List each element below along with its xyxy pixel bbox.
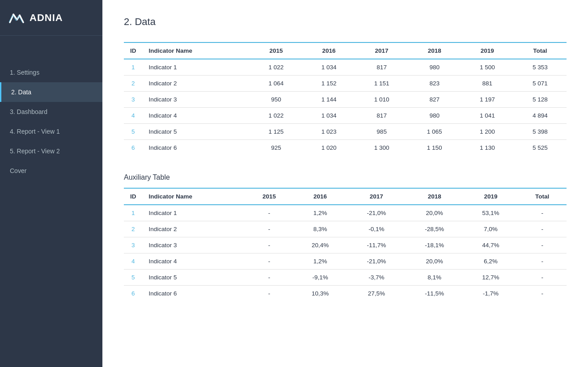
main-table-row: 2Indicator 21 0641 1521 1518238815 071 xyxy=(124,76,567,92)
main-cell-4-6: 1 200 xyxy=(461,124,514,140)
sidebar-nav-item-3[interactable]: 4. Report - View 1 xyxy=(0,122,102,141)
aux-cell-3-6: 6,2% xyxy=(464,253,518,270)
aux-cell-0-6: 53,1% xyxy=(464,205,518,221)
aux-table-row: 5Indicator 5--9,1%-3,7%8,1%12,7%- xyxy=(124,270,567,286)
main-cell-0-6: 1 500 xyxy=(461,59,514,76)
sidebar-nav-item-4[interactable]: 5. Report - View 2 xyxy=(0,141,102,161)
main-cell-1-7: 5 071 xyxy=(514,76,567,92)
main-col-header-7: Total xyxy=(514,42,567,59)
main-table-row: 3Indicator 39501 1441 0108271 1975 128 xyxy=(124,92,567,108)
main-col-header-5: 2018 xyxy=(408,42,461,59)
main-cell-5-6: 1 130 xyxy=(461,140,514,156)
main-table-header: IDIndicator Name20152016201720182019Tota… xyxy=(124,42,567,59)
aux-cell-5-1: Indicator 6 xyxy=(143,286,245,302)
aux-cell-4-3: -9,1% xyxy=(293,270,347,286)
aux-table: IDIndicator Name20152016201720182019Tota… xyxy=(124,188,567,301)
aux-cell-5-6: -1,7% xyxy=(464,286,518,302)
main-cell-5-4: 1 300 xyxy=(355,140,408,156)
main-cell-0-2: 1 022 xyxy=(250,59,302,76)
sidebar: ADNIA 1. Settings2. Data3. Dashboard4. R… xyxy=(0,0,102,367)
aux-cell-5-7: - xyxy=(518,286,567,302)
main-cell-3-5: 980 xyxy=(408,108,461,124)
main-cell-3-1: Indicator 4 xyxy=(143,108,250,124)
aux-col-header-1: Indicator Name xyxy=(143,188,245,205)
main-cell-1-1: Indicator 2 xyxy=(143,76,250,92)
aux-cell-3-5: 20,0% xyxy=(406,253,464,270)
aux-cell-2-0: 3 xyxy=(124,237,143,253)
aux-table-row: 6Indicator 6-10,3%27,5%-11,5%-1,7%- xyxy=(124,286,567,302)
main-table-row: 5Indicator 51 1251 0239851 0651 2005 398 xyxy=(124,124,567,140)
main-cell-1-5: 823 xyxy=(408,76,461,92)
main-col-header-1: Indicator Name xyxy=(143,42,250,59)
aux-cell-1-3: 8,3% xyxy=(293,221,347,237)
main-col-header-2: 2015 xyxy=(250,42,302,59)
main-cell-0-7: 5 353 xyxy=(514,59,567,76)
main-cell-5-2: 925 xyxy=(250,140,302,156)
aux-cell-1-7: - xyxy=(518,221,567,237)
main-content: 2. Data IDIndicator Name2015201620172018… xyxy=(102,0,588,367)
main-cell-4-1: Indicator 5 xyxy=(143,124,250,140)
aux-col-header-7: Total xyxy=(518,188,567,205)
main-cell-2-4: 1 010 xyxy=(355,92,408,108)
aux-cell-1-0: 2 xyxy=(124,221,143,237)
main-table-row: 4Indicator 41 0221 0348179801 0414 894 xyxy=(124,108,567,124)
main-cell-0-4: 817 xyxy=(355,59,408,76)
aux-col-header-4: 2017 xyxy=(347,188,406,205)
aux-cell-0-5: 20,0% xyxy=(406,205,464,221)
main-cell-5-0: 6 xyxy=(124,140,143,156)
aux-cell-3-1: Indicator 4 xyxy=(143,253,245,270)
aux-cell-3-4: -21,0% xyxy=(347,253,406,270)
aux-col-header-6: 2019 xyxy=(464,188,518,205)
logo-text: ADNIA xyxy=(30,12,63,24)
aux-table-body: 1Indicator 1-1,2%-21,0%20,0%53,1%-2Indic… xyxy=(124,205,567,301)
aux-cell-2-1: Indicator 3 xyxy=(143,237,245,253)
main-cell-4-2: 1 125 xyxy=(250,124,302,140)
sidebar-nav: 1. Settings2. Data3. Dashboard4. Report … xyxy=(0,36,102,367)
main-cell-3-3: 1 034 xyxy=(302,108,355,124)
aux-col-header-0: ID xyxy=(124,188,143,205)
main-col-header-6: 2019 xyxy=(461,42,514,59)
aux-cell-5-0: 6 xyxy=(124,286,143,302)
page-title: 2. Data xyxy=(124,16,567,28)
aux-cell-0-3: 1,2% xyxy=(293,205,347,221)
aux-cell-2-4: -11,7% xyxy=(347,237,406,253)
aux-cell-5-5: -11,5% xyxy=(406,286,464,302)
main-cell-5-7: 5 525 xyxy=(514,140,567,156)
aux-col-header-5: 2018 xyxy=(406,188,464,205)
aux-cell-4-7: - xyxy=(518,270,567,286)
sidebar-nav-item-2[interactable]: 3. Dashboard xyxy=(0,102,102,122)
main-cell-4-3: 1 023 xyxy=(302,124,355,140)
main-cell-0-3: 1 034 xyxy=(302,59,355,76)
main-cell-2-6: 1 197 xyxy=(461,92,514,108)
aux-cell-1-1: Indicator 2 xyxy=(143,221,245,237)
main-cell-1-2: 1 064 xyxy=(250,76,302,92)
aux-cell-5-2: - xyxy=(245,286,293,302)
main-cell-3-2: 1 022 xyxy=(250,108,302,124)
aux-cell-4-5: 8,1% xyxy=(406,270,464,286)
main-cell-4-7: 5 398 xyxy=(514,124,567,140)
main-table-section: IDIndicator Name20152016201720182019Tota… xyxy=(124,42,567,156)
aux-cell-0-7: - xyxy=(518,205,567,221)
main-cell-5-3: 1 020 xyxy=(302,140,355,156)
sidebar-nav-item-1[interactable]: 2. Data xyxy=(0,82,102,102)
aux-cell-3-3: 1,2% xyxy=(293,253,347,270)
aux-table-section: Auxiliary Table IDIndicator Name20152016… xyxy=(124,173,567,301)
aux-cell-2-3: 20,4% xyxy=(293,237,347,253)
sidebar-nav-item-0[interactable]: 1. Settings xyxy=(0,63,102,82)
main-cell-3-4: 817 xyxy=(355,108,408,124)
main-cell-4-4: 985 xyxy=(355,124,408,140)
main-cell-0-0: 1 xyxy=(124,59,143,76)
main-table-row: 1Indicator 11 0221 0348179801 5005 353 xyxy=(124,59,567,76)
aux-table-row: 2Indicator 2-8,3%-0,1%-28,5%7,0%- xyxy=(124,221,567,237)
aux-cell-4-6: 12,7% xyxy=(464,270,518,286)
main-cell-3-6: 1 041 xyxy=(461,108,514,124)
aux-cell-4-0: 5 xyxy=(124,270,143,286)
main-cell-1-4: 1 151 xyxy=(355,76,408,92)
aux-cell-1-4: -0,1% xyxy=(347,221,406,237)
main-table-body: 1Indicator 11 0221 0348179801 5005 3532I… xyxy=(124,59,567,156)
sidebar-nav-item-5[interactable]: Cover xyxy=(0,161,102,181)
aux-col-header-3: 2016 xyxy=(293,188,347,205)
aux-table-row: 1Indicator 1-1,2%-21,0%20,0%53,1%- xyxy=(124,205,567,221)
aux-cell-2-7: - xyxy=(518,237,567,253)
aux-cell-3-7: - xyxy=(518,253,567,270)
